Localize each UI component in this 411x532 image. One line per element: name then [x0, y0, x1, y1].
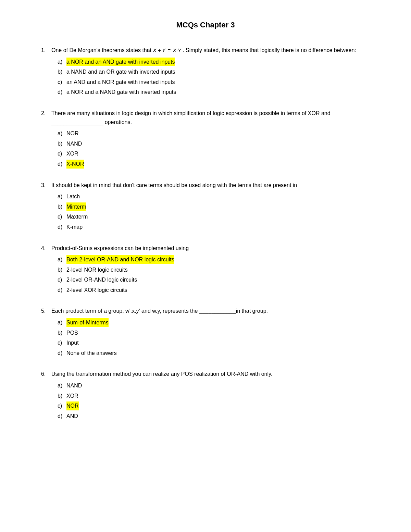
option-2c: c) XOR	[58, 149, 370, 158]
question-5-options: a) Sum-of-Minterms b) POS c) Input d) No…	[58, 318, 370, 357]
option-1b-text: a NAND and an OR gate with inverted inpu…	[66, 67, 175, 76]
option-4a: a) Both 2-level OR-AND and NOR logic cir…	[58, 255, 370, 264]
option-1d-text: a NOR and a NAND gate with inverted inpu…	[66, 88, 176, 97]
question-3-text: 3. It should be kept in mind that don't …	[41, 181, 370, 190]
option-2b-text: NAND	[66, 139, 82, 148]
option-6a: a) NAND	[58, 381, 370, 390]
option-1a-text: a NOR and an AND gate with inverted inpu…	[66, 58, 175, 66]
option-3c: c) Maxterm	[58, 212, 370, 221]
question-6-number: 6.	[41, 370, 49, 379]
option-5a-text: Sum-of-Minterms	[66, 318, 109, 327]
option-6c: c) NOR	[58, 401, 370, 410]
formula-x: X	[173, 47, 176, 53]
option-3a: a) Latch	[58, 192, 370, 201]
question-6-body: Using the transformation method you can …	[51, 370, 370, 379]
option-5c-text: Input	[66, 338, 79, 347]
option-2d-text: X-NOR	[66, 160, 84, 169]
option-1a: a) a NOR and an AND gate with inverted i…	[58, 58, 370, 66]
option-3d-text: K-map	[66, 223, 83, 232]
question-2-text: 2. There are many situations in logic de…	[41, 109, 370, 126]
question-5-number: 5.	[41, 307, 49, 316]
question-2-body: There are many situations in logic desig…	[51, 109, 370, 126]
option-2b: b) NAND	[58, 139, 370, 148]
question-6-text: 6. Using the transformation method you c…	[41, 370, 370, 379]
option-6b: b) XOR	[58, 392, 370, 400]
option-5a: a) Sum-of-Minterms	[58, 318, 370, 327]
option-6a-text: NAND	[66, 381, 82, 390]
option-1b: b) a NAND and an OR gate with inverted i…	[58, 67, 370, 76]
option-6d-text: AND	[66, 412, 78, 421]
question-2-options: a) NOR b) NAND c) XOR d) X-NOR	[58, 129, 370, 168]
option-2c-text: XOR	[66, 149, 78, 158]
question-1-body: One of De Morgan's theorems states that …	[51, 46, 370, 55]
option-2a-text: NOR	[66, 129, 79, 138]
question-5: 5. Each product term of a group, w'.x.y'…	[41, 307, 370, 357]
option-6d: d) AND	[58, 412, 370, 421]
option-2d: d) X-NOR	[58, 160, 370, 169]
formula-lhs: X + Y	[153, 46, 166, 54]
option-4c-text: 2-level OR-AND logic circuits	[66, 275, 137, 284]
option-4b: b) 2-level NOR logic circuits	[58, 265, 370, 274]
question-4-text: 4. Product-of-Sums expressions can be im…	[41, 244, 370, 253]
question-1-number: 1.	[41, 46, 49, 55]
option-3a-text: Latch	[66, 192, 80, 201]
option-4d: d) 2-level XOR logic circuits	[58, 286, 370, 295]
question-4-body: Product-of-Sums expressions can be imple…	[51, 244, 370, 253]
option-5b-text: POS	[66, 329, 78, 337]
question-6: 6. Using the transformation method you c…	[41, 370, 370, 420]
question-4: 4. Product-of-Sums expressions can be im…	[41, 244, 370, 295]
option-3b-text: Minterm	[66, 202, 86, 211]
option-3c-text: Maxterm	[66, 212, 88, 221]
option-3b: b) Minterm	[58, 202, 370, 211]
question-2: 2. There are many situations in logic de…	[41, 109, 370, 169]
questions-list: 1. One of De Morgan's theorems states th…	[41, 46, 370, 420]
option-4a-text: Both 2-level OR-AND and NOR logic circui…	[66, 255, 174, 264]
option-1c: c) an AND and a NOR gate with inverted i…	[58, 78, 370, 87]
option-1c-text: an AND and a NOR gate with inverted inpu…	[66, 78, 175, 87]
option-4b-text: 2-level NOR logic circuits	[66, 265, 128, 274]
option-2a: a) NOR	[58, 129, 370, 138]
question-3-options: a) Latch b) Minterm c) Maxterm d) K-map	[58, 192, 370, 231]
option-5d: d) None of the answers	[58, 349, 370, 358]
option-5c: c) Input	[58, 338, 370, 347]
page-title: MCQs Chapter 3	[41, 21, 370, 29]
question-4-number: 4.	[41, 244, 49, 253]
question-3: 3. It should be kept in mind that don't …	[41, 181, 370, 232]
question-4-options: a) Both 2-level OR-AND and NOR logic cir…	[58, 255, 370, 294]
option-1d: d) a NOR and a NAND gate with inverted i…	[58, 88, 370, 97]
formula-y: Y	[178, 47, 181, 53]
option-4c: c) 2-level OR-AND logic circuits	[58, 275, 370, 284]
formula-demorgan: X + Y = X·Y	[153, 46, 181, 54]
option-6c-text: NOR	[66, 401, 79, 410]
question-3-body: It should be kept in mind that don't car…	[51, 181, 370, 190]
question-3-number: 3.	[41, 181, 49, 190]
question-5-body: Each product term of a group, w'.x.y' an…	[51, 307, 370, 316]
formula-equals: =	[166, 46, 172, 54]
option-3d: d) K-map	[58, 223, 370, 232]
question-1: 1. One of De Morgan's theorems states th…	[41, 46, 370, 97]
option-5b: b) POS	[58, 329, 370, 337]
formula-rhs: X·Y	[173, 46, 181, 54]
question-1-text: 1. One of De Morgan's theorems states th…	[41, 46, 370, 55]
question-5-text: 5. Each product term of a group, w'.x.y'…	[41, 307, 370, 316]
question-6-options: a) NAND b) XOR c) NOR d) AND	[58, 381, 370, 420]
question-1-options: a) a NOR and an AND gate with inverted i…	[58, 58, 370, 97]
option-5d-text: None of the answers	[66, 349, 117, 358]
option-4d-text: 2-level XOR logic circuits	[66, 286, 127, 295]
option-6b-text: XOR	[66, 392, 78, 400]
question-2-number: 2.	[41, 109, 49, 126]
